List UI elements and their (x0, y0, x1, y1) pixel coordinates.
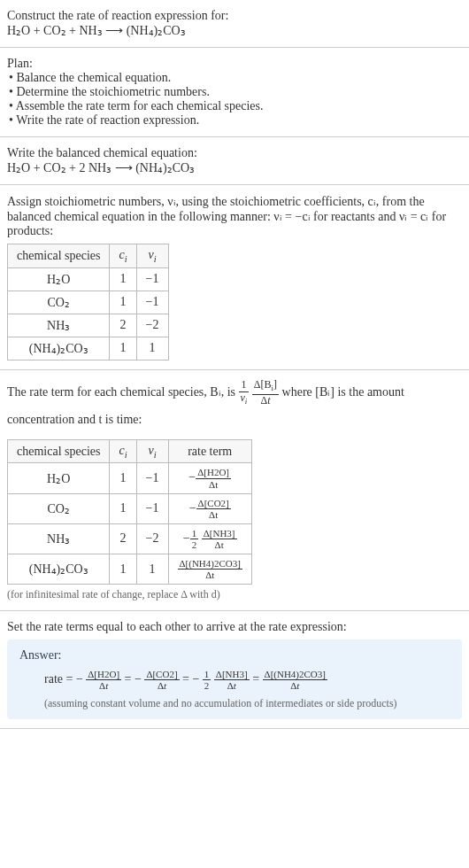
prompt-title: Construct the rate of reaction expressio… (7, 9, 462, 23)
answer-box: Answer: rate = − Δ[H2O]Δt = − Δ[CO2]Δt =… (7, 639, 462, 719)
coef-half: 12 (203, 669, 211, 691)
plan-item: • Assemble the rate term for each chemic… (7, 99, 462, 113)
stoich-table: chemical species ci νi H₂O 1 −1 CO₂ 1 −1… (7, 244, 169, 360)
rate-expression: rate = − Δ[H2O]Δt = − Δ[CO2]Δt = − 12 Δ[… (19, 666, 450, 694)
cell: −2 (136, 523, 168, 554)
cell: NH₃ (8, 314, 110, 337)
plan-item: • Balance the chemical equation. (7, 71, 462, 85)
plan-item: • Write the rate of reaction expression. (7, 113, 462, 128)
balanced-equation: H₂O + CO₂ + 2 NH₃ ⟶ (NH₄)₂CO₃ (7, 160, 462, 175)
cell: H₂O (8, 267, 110, 291)
term-nh3: Δ[NH3]Δt (214, 669, 250, 691)
cell: CO₂ (8, 493, 110, 523)
term-product: Δ[(NH4)2CO3]Δt (263, 669, 327, 691)
cell: −1 (136, 493, 168, 523)
cell: −1 (136, 267, 168, 291)
rateterm-intro: The rate term for each chemical species,… (7, 379, 462, 434)
cell: 1 (110, 291, 136, 314)
prompt-equation: H₂O + CO₂ + NH₃ ⟶ (NH₄)₂CO₃ (7, 23, 462, 38)
stoich-section: Assign stoichiometric numbers, νᵢ, using… (0, 185, 469, 370)
col-ci: ci (110, 439, 136, 463)
cell: (NH₄)₂CO₃ (8, 337, 110, 360)
frac-dBi-dt: Δ[Bi]Δt (252, 379, 279, 406)
cell: 1 (110, 463, 136, 493)
final-section: Set the rate terms equal to each other t… (0, 611, 469, 729)
prompt-section: Construct the rate of reaction expressio… (0, 0, 469, 48)
cell: 1 (110, 554, 136, 584)
table-header-row: chemical species ci νi (8, 244, 169, 268)
table-row: CO₂ 1 −1 (8, 291, 169, 314)
stoich-text: Assign stoichiometric numbers, νᵢ, using… (7, 194, 462, 238)
cell-rate: −Δ[H2O]Δt (168, 463, 251, 493)
col-ci: ci (110, 244, 136, 268)
cell: 1 (110, 337, 136, 360)
term-co2: Δ[CO2]Δt (144, 669, 179, 691)
cell-rate: −12 Δ[NH3]Δt (168, 523, 251, 554)
balanced-heading: Write the balanced chemical equation: (7, 146, 462, 160)
table-row: NH₃ 2 −2 (8, 314, 169, 337)
cell: 1 (136, 554, 168, 584)
table-row: (NH₄)₂CO₃ 1 1 (8, 337, 169, 360)
cell: (NH₄)₂CO₃ (8, 554, 110, 584)
balanced-section: Write the balanced chemical equation: H₂… (0, 137, 469, 185)
text: The rate term for each chemical species,… (7, 385, 235, 399)
col-species: chemical species (8, 439, 110, 463)
cell: 1 (110, 267, 136, 291)
plan-section: Plan: • Balance the chemical equation. •… (0, 48, 469, 137)
final-heading: Set the rate terms equal to each other t… (7, 620, 462, 634)
table-header-row: chemical species ci νi rate term (8, 439, 252, 463)
col-rate: rate term (168, 439, 251, 463)
col-vi: νi (136, 244, 168, 268)
table-row: (NH₄)₂CO₃ 1 1 Δ[(NH4)2CO3]Δt (8, 554, 252, 584)
plan-heading: Plan: (7, 57, 462, 71)
col-species: chemical species (8, 244, 110, 268)
col-vi: νi (136, 439, 168, 463)
cell: 2 (110, 314, 136, 337)
cell: NH₃ (8, 523, 110, 554)
cell: CO₂ (8, 291, 110, 314)
answer-label: Answer: (19, 648, 450, 663)
plan-item: • Determine the stoichiometric numbers. (7, 85, 462, 99)
table-row: H₂O 1 −1 (8, 267, 169, 291)
cell-rate: Δ[(NH4)2CO3]Δt (168, 554, 251, 584)
cell: 1 (136, 337, 168, 360)
assumption-note: (assuming constant volume and no accumul… (19, 697, 450, 710)
table-row: CO₂ 1 −1 −Δ[CO2]Δt (8, 493, 252, 523)
rateterm-section: The rate term for each chemical species,… (0, 370, 469, 611)
cell: 2 (110, 523, 136, 554)
cell: −1 (136, 463, 168, 493)
table-row: H₂O 1 −1 −Δ[H2O]Δt (8, 463, 252, 493)
rateterm-note: (for infinitesimal rate of change, repla… (7, 588, 462, 601)
cell: H₂O (8, 463, 110, 493)
cell: 1 (110, 493, 136, 523)
rate-prefix: rate = (44, 672, 73, 686)
term-h2o: Δ[H2O]Δt (86, 669, 121, 691)
cell: −1 (136, 291, 168, 314)
frac-one-over-nu: 1νi (239, 379, 250, 406)
cell: −2 (136, 314, 168, 337)
rateterm-table: chemical species ci νi rate term H₂O 1 −… (7, 439, 252, 585)
cell-rate: −Δ[CO2]Δt (168, 493, 251, 523)
table-row: NH₃ 2 −2 −12 Δ[NH3]Δt (8, 523, 252, 554)
